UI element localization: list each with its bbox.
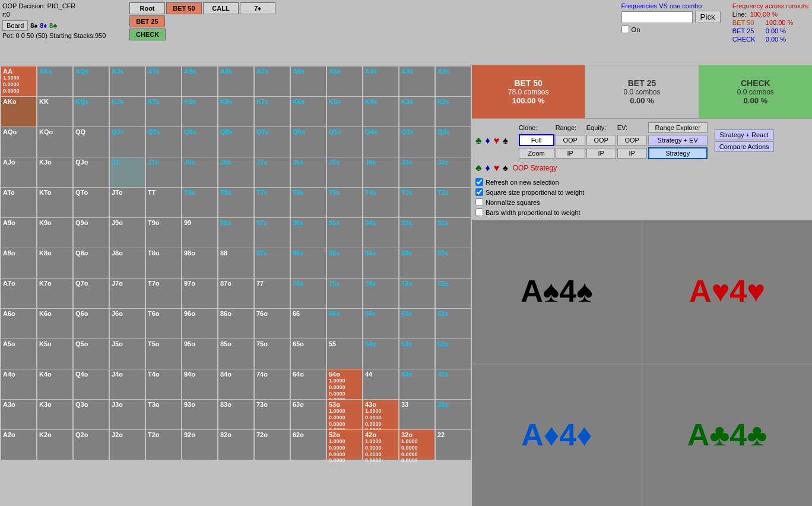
hand-cell[interactable]: 33 bbox=[399, 400, 434, 429]
hand-cell[interactable]: AJs bbox=[110, 67, 145, 96]
hand-cell[interactable]: K5s bbox=[327, 97, 362, 126]
hand-cell[interactable]: 77 bbox=[255, 279, 290, 308]
hand-cell[interactable]: J9o bbox=[110, 218, 145, 248]
hand-cell[interactable]: 42o1.00000.00000.00000.0000 bbox=[363, 430, 398, 460]
hand-cell[interactable]: T4s bbox=[363, 188, 398, 217]
hand-cell[interactable]: Q4o bbox=[74, 369, 109, 399]
hand-cell[interactable]: 64s bbox=[363, 309, 398, 339]
hand-cell[interactable]: 53s bbox=[399, 339, 434, 369]
hand-cell[interactable]: 52s bbox=[436, 339, 471, 369]
compare-actions-button[interactable]: Compare Actions bbox=[715, 141, 774, 152]
hand-cell[interactable]: K3s bbox=[399, 97, 434, 126]
hand-cell[interactable]: Q9o bbox=[74, 218, 109, 248]
hand-cell[interactable]: T6o bbox=[146, 309, 181, 339]
diamond-icon-2[interactable]: ♦ bbox=[486, 163, 490, 173]
hand-cell[interactable]: J7o bbox=[110, 279, 145, 308]
hand-cell[interactable]: A9s bbox=[182, 67, 217, 96]
hand-cell[interactable]: Q4s bbox=[363, 127, 398, 157]
hand-cell[interactable]: 94s bbox=[363, 218, 398, 248]
hand-cell[interactable]: 76s bbox=[291, 279, 326, 308]
strategy-ev-button[interactable]: Strategy + EV bbox=[648, 135, 708, 146]
hand-cell[interactable]: T5s bbox=[327, 188, 362, 217]
hand-cell[interactable]: 74s bbox=[363, 279, 398, 308]
hand-cell[interactable]: KQs bbox=[74, 97, 109, 126]
refresh-checkbox[interactable] bbox=[475, 178, 483, 186]
ip-button-2[interactable]: IP bbox=[586, 148, 616, 159]
hand-cell[interactable]: 76o bbox=[255, 309, 290, 339]
hand-cell[interactable]: 95s bbox=[327, 218, 362, 248]
ip-button-1[interactable]: IP bbox=[556, 148, 585, 159]
hand-cell[interactable]: K9s bbox=[182, 97, 217, 126]
hand-cell[interactable]: Q2o bbox=[74, 430, 109, 460]
hand-cell[interactable]: T3s bbox=[399, 188, 434, 217]
hand-cell[interactable]: AA1.00000.00000.0000 bbox=[1, 67, 36, 96]
hand-cell[interactable]: K2s bbox=[436, 97, 471, 126]
hand-cell[interactable]: J8o bbox=[110, 248, 145, 278]
hand-cell[interactable]: 63o bbox=[291, 400, 326, 429]
hand-cell[interactable]: J5s bbox=[327, 157, 362, 187]
hand-cell[interactable]: 93s bbox=[399, 218, 434, 248]
square-size-checkbox[interactable] bbox=[475, 188, 483, 196]
bet25-button[interactable]: BET 25 bbox=[129, 15, 165, 27]
hand-cell[interactable]: 42s bbox=[436, 369, 471, 399]
range-explorer-button[interactable]: Range Explorer bbox=[648, 122, 708, 133]
hand-cell[interactable]: 43o1.00000.00000.00000.0000 bbox=[363, 400, 398, 429]
hand-cell[interactable]: 99 bbox=[182, 218, 217, 248]
hand-cell[interactable]: 84o bbox=[218, 369, 253, 399]
heart-icon-1[interactable]: ♥ bbox=[494, 135, 500, 146]
hand-cell[interactable]: 87o bbox=[218, 279, 253, 308]
hand-cell[interactable]: 74o bbox=[255, 369, 290, 399]
hand-cell[interactable]: 64o bbox=[291, 369, 326, 399]
hand-cell[interactable]: JTo bbox=[110, 188, 145, 217]
hand-cell[interactable]: T2s bbox=[436, 188, 471, 217]
hand-cell[interactable]: J2s bbox=[436, 157, 471, 187]
hand-cell[interactable]: Q5s bbox=[327, 127, 362, 157]
hand-cell[interactable]: K7s bbox=[255, 97, 290, 126]
hand-cell[interactable]: AQs bbox=[74, 67, 109, 96]
hand-cell[interactable]: 85s bbox=[327, 248, 362, 278]
hand-cell[interactable]: 65o bbox=[291, 339, 326, 369]
hand-cell[interactable]: A7s bbox=[255, 67, 290, 96]
hand-cell[interactable]: A4s bbox=[363, 67, 398, 96]
hand-cell[interactable]: J3s bbox=[399, 157, 434, 187]
hand-cell[interactable]: 83o bbox=[218, 400, 253, 429]
hand-cell[interactable]: 44 bbox=[363, 369, 398, 399]
club-icon-2[interactable]: ♣ bbox=[475, 163, 482, 173]
hand-cell[interactable]: K7o bbox=[37, 279, 72, 308]
club-icon-1[interactable]: ♣ bbox=[475, 135, 482, 146]
hand-cell[interactable]: T2o bbox=[146, 430, 181, 460]
hand-cell[interactable]: 32s bbox=[436, 400, 471, 429]
hand-cell[interactable]: ATs bbox=[146, 67, 181, 96]
board-button[interactable]: Board bbox=[2, 20, 28, 31]
hand-cell[interactable]: KJs bbox=[110, 97, 145, 126]
hand-cell[interactable]: 66 bbox=[291, 309, 326, 339]
hand-cell[interactable]: Q8s bbox=[218, 127, 253, 157]
hand-cell[interactable]: T9s bbox=[182, 188, 217, 217]
hand-cell[interactable]: 65s bbox=[327, 309, 362, 339]
hand-cell[interactable]: T8s bbox=[218, 188, 253, 217]
hand-cell[interactable]: K9o bbox=[37, 218, 72, 248]
hand-cell[interactable]: 97s bbox=[255, 218, 290, 248]
hand-cell[interactable]: 85o bbox=[218, 339, 253, 369]
hand-cell[interactable]: A3s bbox=[399, 67, 434, 96]
bet50-button[interactable]: BET 50 bbox=[166, 2, 202, 14]
hand-cell[interactable]: Q3s bbox=[399, 127, 434, 157]
hand-cell[interactable]: J7s bbox=[255, 157, 290, 187]
root-button[interactable]: Root bbox=[129, 2, 165, 14]
spade-icon-1[interactable]: ♠ bbox=[503, 135, 508, 146]
hand-cell[interactable]: A8s bbox=[218, 67, 253, 96]
hand-cell[interactable]: K8s bbox=[218, 97, 253, 126]
hand-cell[interactable]: K4o bbox=[37, 369, 72, 399]
hand-cell[interactable]: 98o bbox=[182, 248, 217, 278]
heart-icon-2[interactable]: ♥ bbox=[494, 163, 500, 173]
hand-cell[interactable]: K2o bbox=[37, 430, 72, 460]
hand-cell[interactable]: A9o bbox=[1, 218, 36, 248]
hand-cell[interactable]: A7o bbox=[1, 279, 36, 308]
hand-cell[interactable]: T4o bbox=[146, 369, 181, 399]
hand-cell[interactable]: J2o bbox=[110, 430, 145, 460]
hand-cell[interactable]: 96s bbox=[291, 218, 326, 248]
hand-cell[interactable]: Q5o bbox=[74, 339, 109, 369]
hand-cell[interactable]: J4o bbox=[110, 369, 145, 399]
hand-cell[interactable]: ATo bbox=[1, 188, 36, 217]
ip-button-3[interactable]: IP bbox=[617, 148, 647, 159]
